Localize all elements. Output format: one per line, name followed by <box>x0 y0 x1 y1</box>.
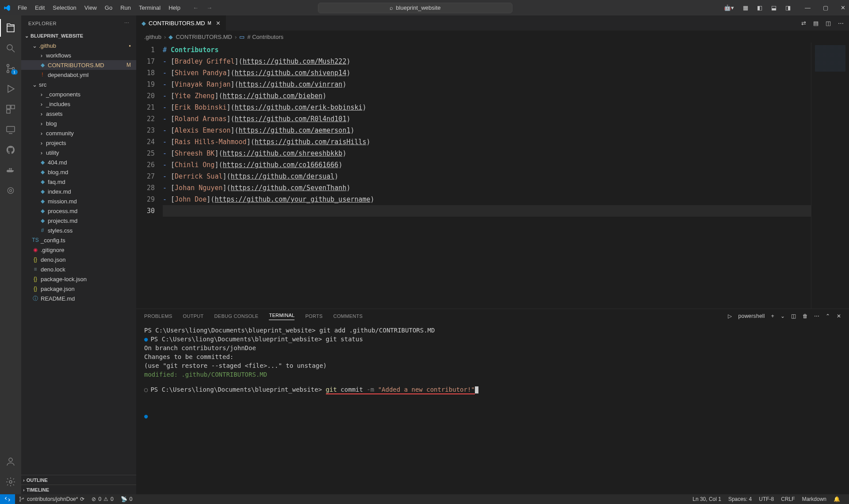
minimize-icon[interactable]: — <box>805 4 811 11</box>
menu-terminal[interactable]: Terminal <box>135 3 164 13</box>
more-actions-icon[interactable]: ⋯ <box>838 20 844 27</box>
layout-icon-1[interactable]: ▦ <box>743 4 748 11</box>
close-window-icon[interactable]: ✕ <box>841 4 845 11</box>
folder-workflows[interactable]: › workflows <box>21 50 136 60</box>
status-notifications-icon[interactable]: 🔔 <box>830 496 844 502</box>
file-item[interactable]: ◆404.md <box>21 157 136 167</box>
panel-right-icon[interactable]: ◨ <box>785 4 791 11</box>
status-encoding[interactable]: UTF-8 <box>755 496 777 502</box>
activity-settings-sync-icon[interactable] <box>0 182 21 199</box>
file-item[interactable]: ⓘREADME.md <box>21 294 136 303</box>
file-item[interactable]: {}deno.json <box>21 255 136 264</box>
folder-blog[interactable]: ›blog <box>21 118 136 128</box>
new-terminal-icon[interactable]: + <box>771 313 774 319</box>
status-language[interactable]: Markdown <box>799 496 830 502</box>
nav-back-icon[interactable]: ← <box>193 4 199 11</box>
status-indentation[interactable]: Spaces: 4 <box>725 496 755 502</box>
maximize-icon[interactable]: ▢ <box>823 4 828 11</box>
terminal-shell-icon[interactable]: ▷ <box>728 313 732 319</box>
code-content[interactable]: # Contributors- [Bradley Griffel](https:… <box>163 42 811 309</box>
file-item[interactable]: {}package.json <box>21 284 136 294</box>
activity-settings-icon[interactable] <box>0 473 21 491</box>
menu-view[interactable]: View <box>81 3 100 13</box>
folder-projects[interactable]: ›projects <box>21 138 136 148</box>
tab-close-icon[interactable]: ✕ <box>216 20 221 27</box>
panel-tab-terminal[interactable]: TERMINAL <box>269 313 294 320</box>
sync-icon[interactable]: ⟳ <box>80 496 84 502</box>
file-item[interactable]: ◆index.md <box>21 187 136 196</box>
activity-explorer-icon[interactable] <box>0 19 21 37</box>
minimap[interactable] <box>811 42 849 309</box>
kill-terminal-icon[interactable]: 🗑 <box>803 313 808 319</box>
file-item[interactable]: {}package-lock.json <box>21 274 136 284</box>
sidebar-more-icon[interactable]: ⋯ <box>124 20 130 26</box>
breadcrumb-segment[interactable]: CONTRIBUTORS.MD <box>176 34 232 40</box>
folder-includes[interactable]: ›_includes <box>21 99 136 109</box>
menu-go[interactable]: Go <box>101 3 116 13</box>
folder-utility[interactable]: ›utility <box>21 148 136 157</box>
menu-run[interactable]: Run <box>117 3 134 13</box>
status-branch[interactable]: contributors/johnDoe* ⟳ <box>15 496 88 502</box>
tab-contributors[interactable]: ◆ CONTRIBUTORS.MD M ✕ <box>136 15 226 31</box>
breadcrumb-segment[interactable]: # Contributors <box>247 34 283 40</box>
status-problems[interactable]: ⊘0 ⚠0 <box>88 496 117 502</box>
panel-close-icon[interactable]: ✕ <box>837 313 841 319</box>
status-cursor-position[interactable]: Ln 30, Col 1 <box>689 496 725 502</box>
activity-github-icon[interactable] <box>0 141 21 159</box>
menu-file[interactable]: File <box>14 3 31 13</box>
activity-account-icon[interactable] <box>0 453 21 470</box>
file-item[interactable]: ◆projects.md <box>21 216 136 225</box>
copilot-icon[interactable]: 🤖▾ <box>724 4 734 11</box>
breadcrumb-segment[interactable]: .github <box>144 34 161 40</box>
terminal-dropdown-icon[interactable]: ⌄ <box>780 313 785 319</box>
panel-tab-comments[interactable]: COMMENTS <box>333 313 363 319</box>
compare-icon[interactable]: ⇄ <box>801 20 806 27</box>
menu-selection[interactable]: Selection <box>49 3 80 13</box>
file-dependabot[interactable]: ! dependabot.yml <box>21 70 136 80</box>
split-editor-icon[interactable]: ◫ <box>826 20 831 27</box>
file-item[interactable]: ◆process.md <box>21 206 136 216</box>
split-terminal-icon[interactable]: ◫ <box>791 313 796 319</box>
outline-section[interactable]: ›OUTLINE <box>21 475 136 485</box>
activity-docker-icon[interactable] <box>0 161 21 179</box>
file-item[interactable]: ◆mission.md <box>21 196 136 206</box>
folder-components[interactable]: ›_components <box>21 89 136 99</box>
terminal-body[interactable]: PS C:\Users\liong\Documents\blueprint_we… <box>136 323 849 494</box>
panel-maximize-icon[interactable]: ⌃ <box>826 313 830 319</box>
file-contributors[interactable]: ◆ CONTRIBUTORS.MD M <box>21 60 136 70</box>
command-center[interactable]: ⌕ blueprint_website <box>318 3 512 13</box>
panel-tab-debug[interactable]: DEBUG CONSOLE <box>214 313 259 319</box>
menu-edit[interactable]: Edit <box>31 3 48 13</box>
folder-community[interactable]: ›community <box>21 128 136 138</box>
activity-extensions-icon[interactable] <box>0 100 21 118</box>
timeline-section[interactable]: ›TIMELINE <box>21 485 136 494</box>
panel-tab-problems[interactable]: PROBLEMS <box>144 313 172 319</box>
file-item[interactable]: #styles.css <box>21 225 136 235</box>
folder-src[interactable]: ⌄ src <box>21 80 136 89</box>
folder-github[interactable]: ⌄ .github ● <box>21 41 136 50</box>
activity-source-control-icon[interactable]: 1 <box>0 60 21 77</box>
menu-help[interactable]: Help <box>165 3 184 13</box>
terminal-more-icon[interactable]: ⋯ <box>814 313 819 319</box>
folder-assets[interactable]: ›assets <box>21 109 136 118</box>
panel-left-icon[interactable]: ◧ <box>757 4 762 11</box>
file-item[interactable]: ≡deno.lock <box>21 264 136 274</box>
file-item[interactable]: ◆blog.md <box>21 167 136 177</box>
file-item[interactable]: ◉.gitignore <box>21 245 136 255</box>
file-item[interactable]: ◆faq.md <box>21 177 136 187</box>
remote-indicator[interactable] <box>0 494 15 504</box>
activity-run-debug-icon[interactable] <box>0 80 21 98</box>
file-item[interactable]: TS_config.ts <box>21 235 136 245</box>
activity-search-icon[interactable] <box>0 39 21 57</box>
panel-tab-output[interactable]: OUTPUT <box>183 313 204 319</box>
panel-tab-ports[interactable]: PORTS <box>305 313 322 319</box>
nav-forward-icon[interactable]: → <box>207 4 212 11</box>
status-ports[interactable]: 📡0 <box>117 496 136 502</box>
project-header[interactable]: ⌄ BLUEPRINT_WEBSITE <box>21 31 136 41</box>
editor-body[interactable]: 11718192021222324252627282930 # Contribu… <box>136 42 849 309</box>
panel-bottom-icon[interactable]: ⬓ <box>771 4 776 11</box>
status-eol[interactable]: CRLF <box>777 496 798 502</box>
preview-icon[interactable]: ▤ <box>813 20 818 27</box>
breadcrumb[interactable]: .github › ◆ CONTRIBUTORS.MD › ▭ # Contri… <box>136 31 849 42</box>
activity-remote-icon[interactable] <box>0 121 21 138</box>
